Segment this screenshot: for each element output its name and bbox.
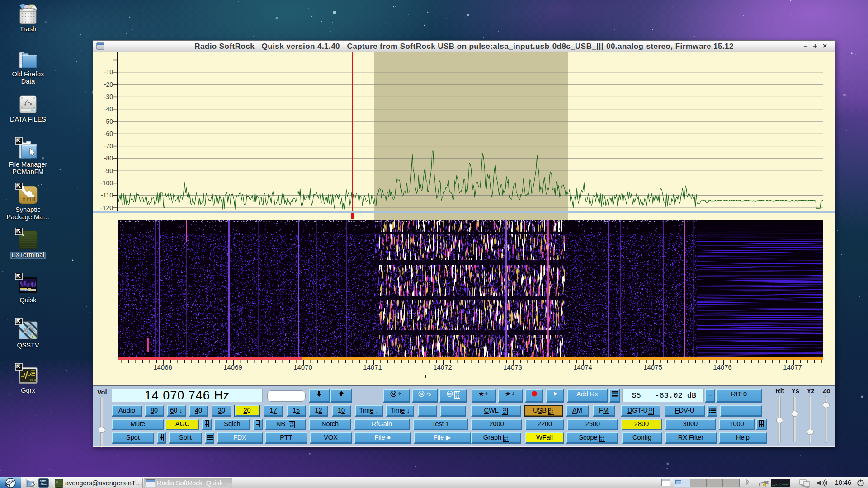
svg-text:>_: >_ — [56, 480, 60, 483]
svg-text:M: M — [392, 392, 395, 396]
svg-text:M: M — [420, 392, 423, 396]
svg-text:>_: >_ — [22, 233, 28, 238]
svg-text:-20 dB: -20 dB — [29, 379, 37, 381]
svg-text:M: M — [448, 392, 452, 396]
